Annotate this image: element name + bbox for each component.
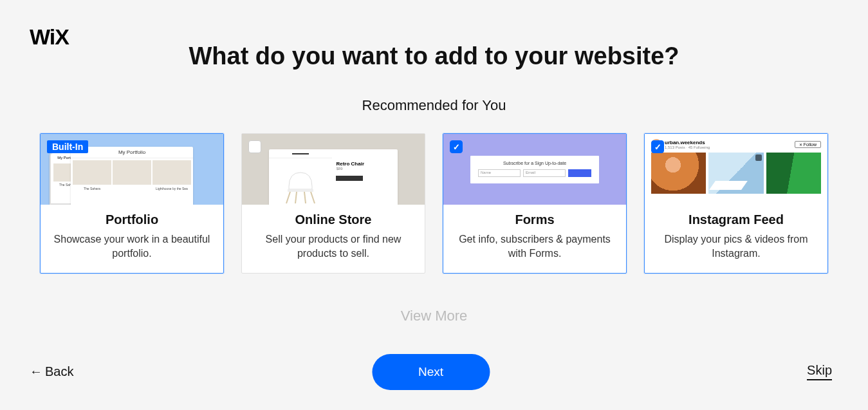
preview-site-title: My Portfolio [71,147,193,158]
chair-icon [281,167,320,205]
back-button-label: Back [45,364,73,379]
card-online-store-desc: Sell your products or find new products … [252,232,414,261]
svg-line-2 [311,192,315,203]
preview-product-price: $89 [336,167,394,171]
preview-form-field: Email [523,169,566,177]
preview-ig-photo [651,153,706,194]
svg-rect-0 [288,189,313,192]
svg-line-4 [304,192,306,203]
card-instagram-title: Instagram Feed [655,212,817,227]
preview-ig-meta: 1,513 Posts · 45 Following [665,145,791,149]
card-online-store-preview: Retro Chair $89 [242,134,425,205]
card-portfolio[interactable]: Built-In My Portfolio The Sahara My Port… [40,133,224,274]
card-portfolio-desc: Showcase your work in a beautiful portfo… [51,232,213,261]
preview-form-field: Name [478,169,521,177]
page-title: What do you want to add to your website? [0,42,868,70]
card-instagram-checkbox[interactable]: ✓ [651,140,664,153]
card-forms-desc: Get info, subscribers & payments with Fo… [454,232,616,261]
card-online-store-title: Online Store [252,212,414,227]
card-portfolio-title: Portfolio [51,212,213,227]
next-button[interactable]: Next [372,354,490,390]
built-in-badge: Built-In [47,140,88,153]
back-button[interactable]: ← Back [30,364,73,379]
preview-product-title: Retro Chair [336,161,394,167]
card-forms-title: Forms [454,212,616,227]
skip-button[interactable]: Skip [807,363,832,380]
card-online-store-checkbox[interactable] [248,140,261,153]
wizard-footer: ← Back Next Skip [30,363,832,380]
card-forms-preview: Subscribe for a Sign Up-to-date Name Ema… [443,134,626,205]
recommended-label: Recommended for You [0,97,868,114]
card-instagram-feed[interactable]: ✓ urban.weekends 1,513 Posts · 45 Follow… [644,133,828,274]
preview-form-submit [568,169,591,177]
svg-line-3 [295,192,297,203]
card-instagram-desc: Display your pics & videos from Instagra… [655,232,817,261]
card-instagram-preview: urban.weekends 1,513 Posts · 45 Followin… [645,134,827,205]
card-online-store[interactable]: Retro Chair $89 Online Store Sell your p… [241,133,425,274]
preview-ig-photo [708,153,763,194]
preview-form-title: Subscribe for a Sign Up-to-date [478,161,591,165]
view-more-link[interactable]: View More [0,308,868,324]
feature-card-grid: Built-In My Portfolio The Sahara My Port… [39,133,829,274]
arrow-left-icon: ← [30,364,42,379]
card-forms[interactable]: ✓ Subscribe for a Sign Up-to-date Name E… [443,133,627,274]
preview-ig-account: urban.weekends [665,140,791,145]
preview-ig-photo [766,153,821,194]
svg-line-1 [286,192,290,203]
card-forms-checkbox[interactable]: ✓ [450,140,463,153]
preview-ig-follow-button: Follow [795,141,821,148]
